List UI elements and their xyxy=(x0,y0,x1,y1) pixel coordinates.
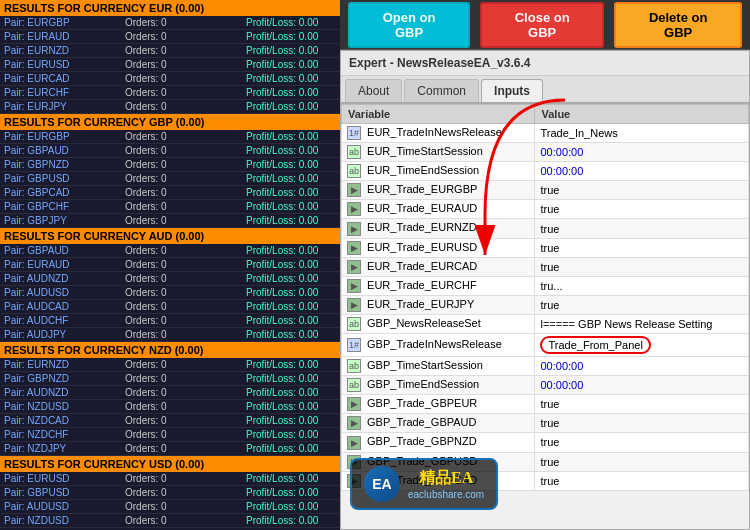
open-on-gbp-button[interactable]: Open on GBP xyxy=(348,2,470,48)
currency-header: RESULTS FOR CURRENCY GBP (0.00) xyxy=(0,114,340,130)
table-row: ▶ GBP_Trade_GBPNZD true xyxy=(342,433,749,452)
pair-name: Pair: NZDUSD xyxy=(4,401,74,412)
pair-profit: Profit/Loss: 0.00 xyxy=(246,515,336,526)
pair-orders: Orders: 0 xyxy=(125,145,195,156)
pair-orders: Orders: 0 xyxy=(125,315,195,326)
pair-row: Pair: EURAUDOrders: 0Profit/Loss: 0.00 xyxy=(0,30,340,44)
variable-name: EUR_TradeInNewsRelease xyxy=(367,126,502,138)
watermark-text: 精品EA eaclubshare.com xyxy=(408,468,484,500)
table-row: ▶ EUR_Trade_EURJPY true xyxy=(342,295,749,314)
pair-orders: Orders: 0 xyxy=(125,287,195,298)
variable-name: EUR_Trade_EURUSD xyxy=(367,241,477,253)
pair-row: Pair: EURGBPOrders: 0Profit/Loss: 0.00 xyxy=(0,16,340,30)
pair-name: Pair: NZDJPY xyxy=(4,443,74,454)
value-cell: 00:00:00 xyxy=(535,162,749,181)
tab-inputs[interactable]: Inputs xyxy=(481,79,543,102)
pair-name: Pair: EURCHF xyxy=(4,87,74,98)
pair-name: Pair: AUDJPY xyxy=(4,329,74,340)
pair-profit: Profit/Loss: 0.00 xyxy=(246,359,336,370)
pair-row: Pair: GBPNZDOrders: 0Profit/Loss: 0.00 xyxy=(0,372,340,386)
value-cell: true xyxy=(535,395,749,414)
pair-profit: Profit/Loss: 0.00 xyxy=(246,215,336,226)
pair-orders: Orders: 0 xyxy=(125,131,195,142)
pair-orders: Orders: 0 xyxy=(125,373,195,384)
pair-orders: Orders: 0 xyxy=(125,259,195,270)
pair-profit: Profit/Loss: 0.00 xyxy=(246,145,336,156)
pair-name: Pair: GBPCHF xyxy=(4,201,74,212)
pair-profit: Profit/Loss: 0.00 xyxy=(246,501,336,512)
currency-header: RESULTS FOR CURRENCY AUD (0.00) xyxy=(0,228,340,244)
expert-title: Expert - NewsReleaseEA_v3.6.4 xyxy=(341,51,749,76)
pair-orders: Orders: 0 xyxy=(125,173,195,184)
pair-orders: Orders: 0 xyxy=(125,187,195,198)
row-icon: ▶ xyxy=(347,260,361,274)
currency-header: RESULTS FOR CURRENCY USD (0.00) xyxy=(0,456,340,472)
variable-name: GBP_Trade_GBPEUR xyxy=(367,397,477,409)
watermark-chinese: 精品EA xyxy=(408,468,484,489)
time-value: 00:00:00 xyxy=(540,146,583,158)
pair-orders: Orders: 0 xyxy=(125,215,195,226)
pair-orders: Orders: 0 xyxy=(125,473,195,484)
variable-cell: ▶ EUR_Trade_EURJPY xyxy=(342,295,535,314)
tab-common[interactable]: Common xyxy=(404,79,479,102)
pair-row: Pair: EURUSDOrders: 0Profit/Loss: 0.00 xyxy=(0,58,340,72)
pair-profit: Profit/Loss: 0.00 xyxy=(246,131,336,142)
watermark-english: eaclubshare.com xyxy=(408,489,484,500)
value-cell: 00:00:00 xyxy=(535,143,749,162)
row-icon: ▶ xyxy=(347,183,361,197)
value-cell: true xyxy=(535,219,749,238)
table-row: 1# EUR_TradeInNewsRelease Trade_In_News xyxy=(342,124,749,143)
pair-row: Pair: GBPJPYOrders: 0Profit/Loss: 0.00 xyxy=(0,214,340,228)
table-row: ▶ EUR_Trade_EURGBP true xyxy=(342,181,749,200)
pair-row: Pair: AUDCADOrders: 0Profit/Loss: 0.00 xyxy=(0,300,340,314)
top-buttons-bar: Open on GBP Close on GBP Delete on GBP xyxy=(340,0,750,50)
pair-row: Pair: NZDCADOrders: 0Profit/Loss: 0.00 xyxy=(0,414,340,428)
pair-row: Pair: EURGBPOrders: 0Profit/Loss: 0.00 xyxy=(0,130,340,144)
tabs-bar: About Common Inputs xyxy=(341,76,749,104)
variable-name: EUR_Trade_EURNZD xyxy=(367,221,477,233)
pair-row: Pair: EURUSDOrders: 0Profit/Loss: 0.00 xyxy=(0,472,340,486)
value-cell: true xyxy=(535,200,749,219)
value-cell: true xyxy=(535,471,749,490)
value-cell: Trade_From_Panel xyxy=(535,334,749,357)
close-on-gbp-button[interactable]: Close on GBP xyxy=(480,2,604,48)
table-row: ab EUR_TimeStartSession 00:00:00 xyxy=(342,143,749,162)
table-row: ▶ EUR_Trade_EURUSD true xyxy=(342,238,749,257)
pair-orders: Orders: 0 xyxy=(125,387,195,398)
tab-about[interactable]: About xyxy=(345,79,402,102)
pair-orders: Orders: 0 xyxy=(125,415,195,426)
pair-orders: Orders: 0 xyxy=(125,401,195,412)
variable-cell: ▶ EUR_Trade_EURCAD xyxy=(342,257,535,276)
variable-cell: ab EUR_TimeEndSession xyxy=(342,162,535,181)
pair-row: Pair: EURNZDOrders: 0Profit/Loss: 0.00 xyxy=(0,358,340,372)
pair-profit: Profit/Loss: 0.00 xyxy=(246,73,336,84)
variable-cell: ▶ EUR_Trade_EURNZD xyxy=(342,219,535,238)
pair-orders: Orders: 0 xyxy=(125,501,195,512)
table-row: 1# GBP_TradeInNewsRelease Trade_From_Pan… xyxy=(342,334,749,357)
pair-profit: Profit/Loss: 0.00 xyxy=(246,301,336,312)
pair-name: Pair: EURNZD xyxy=(4,359,74,370)
pair-profit: Profit/Loss: 0.00 xyxy=(246,187,336,198)
pair-row: Pair: GBPAUDOrders: 0Profit/Loss: 0.00 xyxy=(0,144,340,158)
pair-profit: Profit/Loss: 0.00 xyxy=(246,401,336,412)
pair-name: Pair: NZDCHF xyxy=(4,429,74,440)
pair-name: Pair: EURUSD xyxy=(4,59,74,70)
variable-name: EUR_Trade_EURJPY xyxy=(367,298,474,310)
row-icon: ab xyxy=(347,359,361,373)
row-icon: ab xyxy=(347,145,361,159)
pair-row: Pair: NZDCHFOrders: 0Profit/Loss: 0.00 xyxy=(0,428,340,442)
pair-row: Pair: AUDJPYOrders: 0Profit/Loss: 0.00 xyxy=(0,328,340,342)
watermark: EA 精品EA eaclubshare.com xyxy=(350,458,498,510)
pair-orders: Orders: 0 xyxy=(125,59,195,70)
pair-name: Pair: AUDUSD xyxy=(4,501,74,512)
pair-row: Pair: AUDNZDOrders: 0Profit/Loss: 0.00 xyxy=(0,386,340,400)
value-cell: l===== GBP News Release Setting xyxy=(535,314,749,333)
pair-profit: Profit/Loss: 0.00 xyxy=(246,373,336,384)
pair-row: Pair: EURCHFOrders: 0Profit/Loss: 0.00 xyxy=(0,86,340,100)
table-row: ▶ GBP_Trade_GBPEUR true xyxy=(342,395,749,414)
pair-profit: Profit/Loss: 0.00 xyxy=(246,329,336,340)
delete-on-gbp-button[interactable]: Delete on GBP xyxy=(614,2,742,48)
variable-cell: ab GBP_NewsReleaseSet xyxy=(342,314,535,333)
pair-orders: Orders: 0 xyxy=(125,245,195,256)
pair-name: Pair: EURNZD xyxy=(4,45,74,56)
